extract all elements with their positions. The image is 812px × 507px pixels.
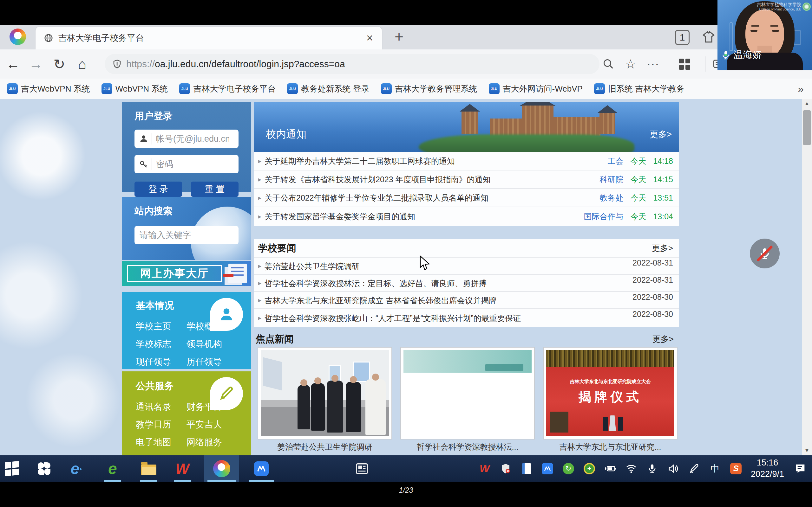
site-security-shield-icon[interactable] [112,59,122,69]
bookmarks-overflow-icon[interactable]: » [798,83,804,95]
news-row[interactable]: ▸ 吉林大学东北与东北亚研究院成立 吉林省省长韩俊出席会议并揭牌 2022-08… [254,292,679,309]
secure-browser-icon[interactable]: e [101,455,124,482]
forward-button[interactable]: → [26,49,46,78]
more-menu-icon[interactable]: ⋯ [643,49,662,78]
wifi-icon[interactable] [621,455,642,482]
news-row[interactable]: ▸ 哲学社会科学资深教授林沄：定目标、选好苗、请良师、勇拼搏 2022-08-3… [254,275,679,292]
new-tab-button[interactable]: + [395,28,403,45]
bookmark-item[interactable]: JLU 吉林大学电子校务平台 [179,83,275,95]
notice-row[interactable]: ▸ 关于转发国家留学基金委奖学金项目的通知 国际合作与 今天 13:04 [254,207,679,226]
focus-caption[interactable]: 吉林大学东北与东北亚研究... [543,442,677,452]
basic-link[interactable]: 学校主页 [136,320,187,332]
browser-taskbar-icon-active[interactable] [204,455,239,482]
home-button[interactable]: ⌂ [72,49,93,78]
back-button[interactable]: ← [3,49,23,78]
notice-dept-link[interactable]: 国际合作与 [583,211,623,222]
site-search-input[interactable] [140,230,251,240]
bookmark-star-icon[interactable]: ☆ [621,49,640,78]
basic-link[interactable]: 现任领导 [136,356,187,368]
service-link[interactable]: 教学日历 [136,418,187,431]
online-hall-banner[interactable]: 网上办事大厅 [122,261,251,286]
service-link[interactable]: 电子地图 [136,436,187,448]
news-title[interactable]: 哲学社会科学资深教授张屹山：“人才工程”是“文科振兴计划”的最重要保证 [264,313,632,324]
focus-caption[interactable]: 哲学社会科学资深教授林沄... [400,442,535,452]
notice-dept-link[interactable]: 科研院 [600,174,623,185]
scroll-down-icon[interactable]: ▼ [802,446,812,455]
service-link[interactable]: 网络服务 [187,436,237,448]
notice-dept-link[interactable]: 工会 [607,156,623,166]
focus-card[interactable]: 吉林大学东北与东北亚研究院成立大会 揭牌仪式 [543,347,677,440]
scroll-up-icon[interactable]: ▲ [802,99,812,108]
news-title[interactable]: 哲学社会科学资深教授林沄：定目标、选好苗、请良师、勇拼搏 [264,278,632,289]
news-row[interactable]: ▸ 姜治莹赴公共卫生学院调研 2022-08-31 [254,258,679,275]
volume-icon[interactable] [663,455,683,482]
tray-wps-icon[interactable]: W [474,455,495,482]
sogou-input-icon[interactable]: S [725,455,746,482]
tray-update-icon[interactable]: ↻ [558,455,579,482]
tray-meeting-icon[interactable] [537,455,558,482]
bookmark-item[interactable]: JLU 吉大外网访问-WebVP [489,83,583,95]
focus-card[interactable] [400,347,535,440]
password-input[interactable] [156,159,229,169]
notice-title[interactable]: 关于转发《吉林省科技发展计划2023 年度项目申报指南》的通知 [264,174,594,185]
notice-row[interactable]: ▸ 关于延期举办吉林大学第二十二届教职工网球赛的通知 工会 今天 14:18 [254,152,679,170]
service-link[interactable]: 通讯名录 [136,401,187,413]
notice-title[interactable]: 关于转发国家留学基金委奖学金项目的通知 [264,211,578,222]
bookmark-item[interactable]: JLU 吉大WebVPN 系统 [7,83,90,95]
notice-title[interactable]: 关于延期举办吉林大学第二十二届教职工网球赛的通知 [264,156,602,166]
basic-link[interactable]: 学校标志 [136,338,187,350]
notice-row[interactable]: ▸ 关于公布2022年辅修学士学位专业第二批拟录取人员名单的通知 教务处 今天 … [254,189,679,207]
notice-title[interactable]: 关于公布2022年辅修学士学位专业第二批拟录取人员名单的通知 [264,193,594,203]
account-input[interactable] [156,134,229,144]
tab-close-icon[interactable]: × [366,32,373,44]
news-title[interactable]: 吉林大学东北与东北亚研究院成立 吉林省省长韩俊出席会议并揭牌 [264,295,632,306]
focus-more-link[interactable]: 更多> [653,334,674,345]
browser-tab[interactable]: 吉林大学电子校务平台 × [36,26,382,49]
focus-caption[interactable]: 姜治莹赴公共卫生学院调研 [258,442,392,452]
theme-shirt-icon[interactable] [702,31,716,44]
news-row[interactable]: ▸ 哲学社会科学资深教授张屹山：“人才工程”是“文科振兴计划”的最重要保证 20… [254,309,679,326]
webcam-overlay[interactable]: 吉林大学植物科学学院 College of Plant Science, JLU… [717,0,812,70]
pinwheel-app-icon[interactable] [32,455,56,482]
taskbar-clock[interactable]: 15:16 2022/9/1 [751,457,784,480]
reload-button[interactable]: ↻ [49,49,70,78]
stage-banner-line1: 吉林大学东北与东北亚研究院成立大会 [546,379,674,385]
service-link[interactable]: 平安吉大 [187,418,237,431]
address-bar[interactable]: https://oa.jlu.edu.cn/defaultroot/login.… [105,54,600,74]
news-widget-icon[interactable] [350,455,374,482]
login-button[interactable]: 登 录 [135,181,182,197]
notice-more-link[interactable]: 更多> [650,129,672,140]
start-button[interactable] [0,455,23,482]
scrollbar-thumb[interactable] [803,110,811,145]
internet-explorer-icon[interactable]: e▸ [65,455,88,482]
basic-link[interactable]: 领导机构 [187,338,237,350]
apps-grid-icon[interactable] [675,49,694,78]
wps-office-icon[interactable]: W [171,455,194,482]
battery-icon[interactable] [600,455,621,482]
notification-center-icon[interactable] [789,455,812,482]
ime-language-indicator[interactable]: 中 [705,455,725,482]
tab-count-badge[interactable]: 1 [675,30,690,45]
basic-link[interactable]: 历任领导 [187,356,237,368]
focus-card[interactable] [258,347,392,440]
reset-button[interactable]: 重 置 [191,181,239,197]
tray-docs-icon[interactable] [516,455,537,482]
windows-ink-pen-icon[interactable] [683,455,705,482]
bookmark-item[interactable]: JLU 吉林大学教务管理系统 [381,83,477,95]
notice-row[interactable]: ▸ 关于转发《吉林省科技发展计划2023 年度项目申报指南》的通知 科研院 今天… [254,170,679,189]
news-title[interactable]: 姜治莹赴公共卫生学院调研 [264,261,632,272]
page-scrollbar[interactable]: ▲ ▼ [802,99,812,455]
meeting-mic-muted-button[interactable] [750,239,780,268]
notice-dept-link[interactable]: 教务处 [600,193,623,203]
tray-antivirus-icon[interactable]: + [579,455,600,482]
zoom-page-icon[interactable] [599,49,618,78]
bookmark-item[interactable]: JLU 旧系统 吉林大学教务 [594,83,684,95]
file-explorer-icon[interactable] [137,455,160,482]
bookmark-item[interactable]: JLU 教务处新系统 登录 [287,83,369,95]
tray-security-shield-icon[interactable] [495,455,516,482]
bookmark-item[interactable]: JLU WebVPN 系统 [101,83,168,95]
tencent-meeting-icon[interactable] [246,455,277,482]
tray-microphone-icon[interactable] [642,455,663,482]
news-more-link[interactable]: 更多> [652,243,673,254]
browser-logo-icon[interactable] [9,29,26,45]
